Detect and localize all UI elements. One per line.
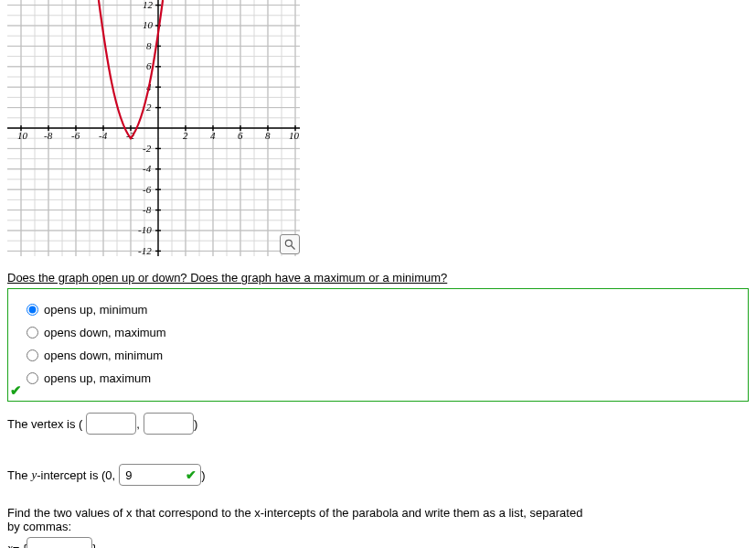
yint-mid: -intercept is (0, (37, 468, 115, 482)
option-label: opens up, minimum (44, 303, 147, 317)
radio-opens-down-minimum[interactable] (27, 349, 38, 361)
x-intercept-input[interactable] (27, 537, 92, 548)
yint-suffix: ) (201, 468, 205, 482)
magnify-icon (283, 238, 296, 251)
option-opens-up-maximum[interactable]: opens up, maximum (14, 367, 742, 390)
radio-opens-up-minimum[interactable] (27, 304, 38, 316)
y-tick-label: 2 (146, 102, 152, 113)
xint-close: } (92, 542, 96, 549)
x-tick-label: 2 (183, 130, 188, 141)
correct-check-icon: ✔ (10, 382, 22, 399)
question1-options: opens up, minimum opens down, maximum op… (7, 288, 749, 402)
svg-point-92 (285, 240, 292, 246)
vertex-sep: , (136, 417, 140, 431)
yint-prefix: The (7, 468, 27, 482)
y-tick-label: -2 (143, 143, 152, 154)
y-tick-label: -12 (138, 245, 152, 256)
x-tick-label: 6 (238, 130, 243, 141)
y-tick-label: -4 (143, 163, 152, 174)
vertex-suffix: ) (194, 417, 197, 431)
x-tick-label: 4 (210, 130, 216, 141)
y-intercept-row: The y -intercept is (0, ✔ ) (7, 464, 749, 486)
vertex-row: The vertex is ( , ) (7, 413, 749, 435)
option-opens-down-minimum[interactable]: opens down, minimum (14, 344, 742, 367)
radio-opens-down-maximum[interactable] (27, 327, 38, 338)
x-tick-label: -4 (99, 130, 108, 141)
x-tick-label: 8 (265, 130, 271, 141)
x-intercept-row: x = { } (7, 537, 749, 548)
x-tick-label: 10 (289, 130, 300, 141)
y-tick-label: 10 (143, 19, 154, 30)
y-tick-label: 8 (146, 40, 152, 51)
y-tick-label: 12 (143, 0, 154, 10)
x-intercept-instructions: Find the two values of x that correspond… (7, 506, 592, 533)
x-tick-label: -8 (44, 130, 53, 141)
option-label: opens down, minimum (44, 349, 163, 362)
option-opens-down-maximum[interactable]: opens down, maximum (14, 321, 742, 344)
radio-opens-up-maximum[interactable] (27, 372, 38, 384)
vertex-y-input[interactable] (144, 413, 194, 435)
vertex-x-input[interactable] (86, 413, 136, 435)
option-opens-up-minimum[interactable]: opens up, minimum (14, 298, 742, 321)
option-label: opens up, maximum (44, 371, 151, 385)
y-intercept-input[interactable] (119, 464, 201, 486)
x-tick-label: 10 (17, 130, 28, 141)
x-tick-label: -6 (71, 130, 80, 141)
y-tick-label: -6 (143, 184, 152, 195)
y-tick-label: -10 (138, 224, 152, 235)
y-tick-label: 6 (146, 60, 152, 71)
svg-line-93 (292, 246, 295, 250)
zoom-button[interactable] (280, 234, 300, 254)
xint-eq: = { (13, 542, 27, 549)
y-tick-label: -8 (143, 204, 152, 215)
question1-prompt: Does the graph open up or down? Does the… (7, 271, 749, 285)
vertex-prefix: The vertex is ( (7, 417, 82, 431)
graph-panel: 10 -8 -6 -4 -2 2 4 6 8 10 12 10 8 6 4 2 … (7, 0, 749, 256)
parabola-graph: 10 -8 -6 -4 -2 2 4 6 8 10 12 10 8 6 4 2 … (7, 0, 300, 256)
option-label: opens down, maximum (44, 326, 166, 339)
